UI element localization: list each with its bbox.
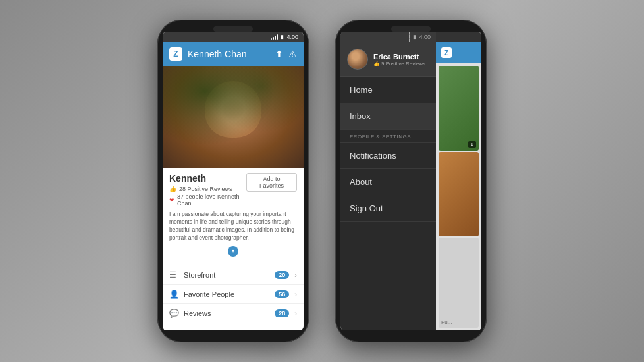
profile-reviews: 👍 28 Positive Reviews (169, 186, 246, 192)
favorite-people-row[interactable]: 👤 Favorite People 56 › (163, 285, 304, 304)
nav-item-about[interactable]: About (340, 169, 436, 195)
profile-bio: I am passionate about capturing your imp… (169, 211, 297, 242)
peek-thumb-3-text: Pu... (441, 319, 452, 325)
header-icons-left: ⬆ ⚠ (275, 49, 297, 59)
add-favorites-button[interactable]: Add to Favorites (246, 173, 297, 192)
nav-section-label-profile: PROFILE & SETTINGS (340, 130, 436, 143)
storefront-label: Storefront (184, 271, 269, 279)
storefront-icon: ☰ (169, 271, 178, 280)
reviews-row[interactable]: 💬 Reviews 28 › (163, 304, 304, 323)
drawer-avatar (347, 49, 368, 70)
profile-name: Kenneth (169, 173, 246, 184)
storefront-row[interactable]: ☰ Storefront 20 › (163, 266, 304, 285)
reviews-icon: 💬 (169, 309, 178, 318)
alert-icon[interactable]: ⚠ (288, 49, 297, 59)
app-header-left: Z Kenneth Chan ⬆ ⚠ (163, 42, 304, 66)
status-time-right: 4:00 (419, 34, 431, 40)
drawer-user-name: Erica Burnett (373, 53, 429, 61)
status-bar-left: ▮ 4:00 (163, 32, 304, 42)
app-logo-left: Z (169, 47, 182, 61)
profile-info: Kenneth 👍 28 Positive Reviews ❤ 37 peopl… (163, 168, 304, 266)
peek-logo: Z (441, 47, 452, 58)
heart-icon: ❤ (169, 197, 174, 203)
drawer-user-reviews: 👍 9 Positive Reviews (373, 61, 429, 66)
peek-thumb-1-overlay: 1 (468, 141, 476, 148)
content-peek: Z 1 Pu... (436, 32, 481, 330)
expand-icon[interactable]: ▾ (228, 246, 238, 257)
left-phone-screen: ▮ 4:00 Z Kenneth Chan ⬆ ⚠ Kenneth (163, 32, 304, 330)
thumbs-up-icon-drawer: 👍 (373, 61, 380, 66)
nav-item-notifications[interactable]: Notifications (340, 143, 436, 169)
photo-face (163, 66, 304, 168)
nav-item-inbox[interactable]: Inbox (340, 103, 436, 130)
reviews-chevron: › (294, 309, 297, 317)
share-icon[interactable]: ⬆ (275, 49, 283, 59)
favorite-people-icon: 👤 (169, 290, 178, 299)
thumbs-up-icon: 👍 (169, 186, 176, 192)
peek-status-bar (436, 32, 481, 42)
reviews-label: Reviews (184, 309, 269, 317)
profile-loves: ❤ 37 people love Kenneth Chan (169, 194, 246, 207)
reviews-badge: 28 (275, 309, 289, 317)
favorite-people-label: Favorite People (184, 290, 269, 298)
drawer-header: Erica Burnett 👍 9 Positive Reviews (340, 42, 436, 77)
nav-item-signout[interactable]: Sign Out (340, 195, 436, 222)
peek-thumb-3: Pu... (439, 238, 479, 328)
battery-icon-right: ▮ (413, 34, 416, 40)
storefront-chevron: › (294, 271, 297, 279)
nav-item-home[interactable]: Home (340, 77, 436, 103)
peek-thumb-1: 1 (439, 66, 479, 151)
drawer-screen: ▮ 4:00 Erica Burnett 👍 9 Positive Review… (340, 32, 481, 330)
header-username-left: Kenneth Chan (188, 49, 270, 59)
left-phone: ▮ 4:00 Z Kenneth Chan ⬆ ⚠ Kenneth (157, 20, 309, 342)
storefront-badge: 20 (275, 271, 289, 279)
peek-thumbnails: 1 Pu... (436, 63, 481, 330)
peek-thumb-2 (439, 152, 479, 237)
right-phone-screen: ▮ 4:00 Erica Burnett 👍 9 Positive Review… (340, 32, 481, 330)
favorite-people-badge: 56 (275, 290, 289, 298)
drawer-status-bar: ▮ 4:00 (340, 32, 436, 42)
peek-header: Z (436, 42, 481, 63)
favorite-people-chevron: › (294, 290, 297, 298)
menu-items-list: ☰ Storefront 20 › 👤 Favorite People 56 ›… (163, 266, 304, 323)
expand-button-container: ▾ (169, 246, 297, 257)
drawer-user-info: Erica Burnett 👍 9 Positive Reviews (373, 53, 429, 66)
nav-drawer: ▮ 4:00 Erica Burnett 👍 9 Positive Review… (340, 32, 436, 330)
status-time-left: 4:00 (286, 34, 298, 40)
battery-icon: ▮ (281, 34, 284, 40)
profile-photo (163, 66, 304, 168)
right-phone: ▮ 4:00 Erica Burnett 👍 9 Positive Review… (335, 20, 487, 342)
signal-icon (271, 34, 278, 40)
